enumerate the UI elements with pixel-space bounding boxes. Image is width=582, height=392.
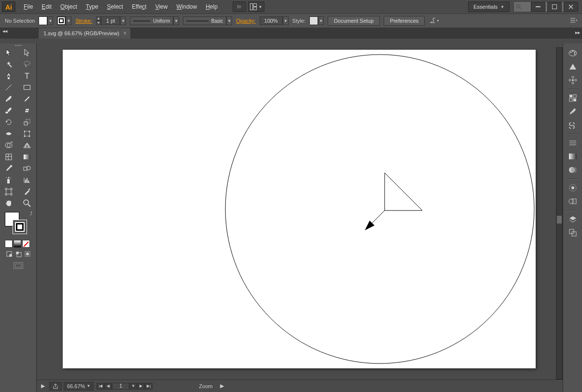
canvas-wrap: ◀ ▶ ▶ 66.67% |◀ ◀ ▶ ▶| Zoom ▶ [37,43,563,392]
free-transform-tool[interactable] [18,128,36,140]
perspective-grid-tool[interactable] [18,140,36,151]
minimize-button[interactable] [531,2,545,12]
eyedropper-tool[interactable] [0,163,17,174]
pencil-tool[interactable] [18,93,36,105]
rectangle-tool[interactable] [18,82,36,93]
stroke-weight-input[interactable] [101,16,120,25]
tools-grip[interactable] [0,43,36,47]
symbols-panel-icon[interactable] [566,119,580,131]
mesh-tool[interactable] [0,151,17,163]
panel-menu-icon[interactable] [570,18,577,24]
gradient-panel-icon[interactable] [566,150,580,163]
vertical-scrollbar[interactable] [556,47,563,379]
menu-edit[interactable]: Edit [37,1,56,12]
opacity-label[interactable]: Opacity: [236,18,255,24]
symbol-sprayer-tool[interactable] [0,174,17,186]
stroke-panel-icon[interactable] [566,137,580,149]
draw-normal[interactable] [5,250,13,258]
next-artboard-button[interactable]: ▶ [137,383,145,390]
line-tool[interactable] [0,82,17,93]
layers-panel-icon[interactable] [566,213,580,225]
stroke-swatch[interactable] [57,16,71,25]
stroke-indicator[interactable] [13,220,27,234]
swatches-panel-icon[interactable] [566,92,580,104]
align-to-button[interactable] [429,16,439,25]
workspace-switcher[interactable]: Essentials [468,1,510,12]
scale-tool[interactable] [18,116,36,128]
slice-tool[interactable] [18,186,36,197]
artboard-tool[interactable] [0,186,17,197]
menu-help[interactable]: Help [201,1,222,12]
last-artboard-button[interactable]: ▶| [145,383,152,390]
draw-inside[interactable] [23,250,31,258]
zoom-tool[interactable] [18,197,36,209]
opacity-input[interactable] [260,16,289,25]
color-mode-solid[interactable] [5,240,13,248]
collapse-tools-icon[interactable] [0,28,10,35]
document-tab[interactable]: 1.svg @ 66.67% (RGB/Preview) × [39,28,130,39]
graphic-styles-panel-icon[interactable] [566,195,580,208]
stroke-label[interactable]: Stroke: [75,18,92,24]
hand-tool[interactable] [0,197,17,209]
blob-brush-tool[interactable] [0,105,17,116]
draw-behind[interactable] [14,250,22,258]
brushes-panel-icon[interactable] [566,105,580,118]
variable-width-profile[interactable]: Uniform [130,16,179,25]
width-tool[interactable] [0,128,17,140]
preferences-button[interactable]: Preferences [384,16,425,26]
pen-tool[interactable] [0,70,17,82]
menu-effect[interactable]: Effect [127,1,151,12]
eraser-tool[interactable] [18,105,36,116]
appearance-panel-icon[interactable] [566,182,580,194]
transparency-panel-icon[interactable] [566,164,580,176]
share-button[interactable] [49,382,62,391]
lasso-tool[interactable] [18,58,36,70]
canvas-viewport[interactable] [43,47,556,379]
menu-file[interactable]: File [19,1,37,12]
type-tool[interactable]: T [18,70,36,82]
artboard-dropdown[interactable] [129,383,137,390]
color-mode-gradient[interactable] [14,240,21,248]
kuler-panel-icon[interactable] [566,74,580,86]
menu-view[interactable]: View [151,1,172,12]
blend-tool[interactable] [18,163,36,174]
rotate-tool[interactable] [0,116,17,128]
selection-tool[interactable] [0,47,17,58]
shape-builder-tool[interactable] [0,140,17,151]
stroke-weight[interactable]: ▲ ▼ [96,16,126,25]
menu-select[interactable]: Select [103,1,127,12]
magic-wand-tool[interactable] [0,58,17,70]
maximize-button[interactable] [547,2,562,12]
graphic-style[interactable] [309,16,324,25]
collapse-right-icon[interactable] [575,29,580,35]
artboards-panel-icon[interactable] [566,226,580,239]
color-mode-none[interactable] [22,240,30,248]
column-graph-tool[interactable] [18,174,36,186]
close-button[interactable] [564,2,578,12]
status-menu[interactable]: ▶ [217,382,227,391]
color-panel-icon[interactable] [566,47,580,59]
paintbrush-tool[interactable] [0,93,17,105]
tab-close-icon[interactable]: × [123,30,126,37]
brush-definition[interactable]: Basic [183,16,232,25]
arrange-docs-button[interactable] [248,1,264,12]
screen-mode-button[interactable] [0,262,36,269]
menu-window[interactable]: Window [172,1,201,12]
fill-swatch[interactable] [39,16,53,25]
opacity-field[interactable] [260,16,283,25]
gradient-tool[interactable] [18,151,36,163]
bridge-button[interactable]: Br [233,1,246,12]
color-guide-panel-icon[interactable] [566,60,580,73]
artboard[interactable] [63,50,536,368]
status-arrow[interactable]: ▶ [39,382,47,391]
menu-type[interactable]: Type [82,1,103,12]
zoom-level[interactable]: 66.67% [64,382,94,391]
prev-artboard-button[interactable]: ◀ [104,383,112,390]
menu-object[interactable]: Object [56,1,82,12]
document-setup-button[interactable]: Document Setup [328,16,380,26]
direct-selection-tool[interactable] [18,47,36,58]
first-artboard-button[interactable]: |◀ [97,383,104,390]
fill-stroke-control[interactable]: ⤴ [4,211,32,238]
swap-fill-stroke-icon[interactable]: ⤴ [30,211,32,216]
artboard-number-input[interactable] [112,383,129,390]
